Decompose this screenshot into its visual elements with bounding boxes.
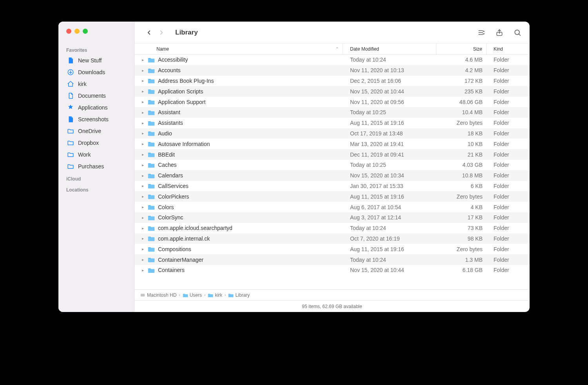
disclosure-triangle-icon[interactable]: ▸: [140, 173, 145, 178]
file-row[interactable]: ▸ Compositions Aug 11, 2015 at 19:16 Zer…: [134, 244, 530, 254]
file-row[interactable]: ▸ Caches Today at 10:25 4.03 GB Folder: [134, 160, 530, 170]
disclosure-triangle-icon[interactable]: ▸: [140, 194, 145, 199]
disclosure-triangle-icon[interactable]: ▸: [140, 152, 145, 157]
sidebar-item-dropbox[interactable]: Dropbox: [58, 137, 134, 149]
column-header-date-label: Date Modified: [350, 46, 379, 52]
file-kind: Folder: [486, 183, 530, 189]
file-size: 18 KB: [436, 130, 486, 137]
file-kind: Folder: [486, 78, 530, 84]
file-size: 17 KB: [436, 214, 486, 221]
column-header-date[interactable]: Date Modified: [343, 44, 436, 54]
close-window-button[interactable]: [66, 29, 71, 34]
forward-button[interactable]: [156, 27, 167, 38]
file-row[interactable]: ▸ ContainerManager Today at 10:24 1.3 MB…: [134, 254, 530, 265]
sidebar-item-purchases[interactable]: Purchases: [58, 161, 134, 172]
column-header-size[interactable]: Size: [436, 44, 486, 54]
disclosure-triangle-icon[interactable]: ▸: [140, 131, 145, 135]
disclosure-triangle-icon[interactable]: ▸: [140, 142, 145, 146]
sidebar-item-screenshots[interactable]: Screenshots: [58, 113, 134, 125]
sidebar-item-work[interactable]: Work: [58, 149, 134, 161]
file-row[interactable]: ▸ Application Support Nov 11, 2020 at 09…: [134, 97, 530, 107]
disclosure-triangle-icon[interactable]: ▸: [140, 268, 145, 272]
folder-icon: [148, 57, 155, 63]
disclosure-triangle-icon[interactable]: ▸: [140, 215, 145, 220]
folder-icon: [148, 173, 155, 179]
file-kind: Folder: [486, 130, 530, 137]
path-crumb-users[interactable]: Users: [183, 292, 202, 298]
disclosure-triangle-icon[interactable]: ▸: [140, 257, 145, 262]
sidebar-item-onedrive[interactable]: OneDrive: [58, 125, 134, 137]
sidebar-section-label[interactable]: Locations: [58, 183, 134, 194]
file-row[interactable]: ▸ Autosave Information Mar 13, 2020 at 1…: [134, 139, 530, 149]
file-kind: Folder: [486, 214, 530, 221]
file-row[interactable]: ▸ BBEdit Dec 11, 2019 at 09:41 21 KB Fol…: [134, 149, 530, 160]
disclosure-triangle-icon[interactable]: ▸: [140, 236, 145, 241]
file-name: Accessibility: [158, 57, 343, 63]
file-kind: Folder: [486, 172, 530, 179]
sidebar-item-label: Work: [78, 151, 91, 158]
file-date: Jan 30, 2017 at 15:33: [343, 183, 436, 189]
file-row[interactable]: ▸ Containers Nov 15, 2020 at 10:44 6.18 …: [134, 265, 530, 276]
disclosure-triangle-icon[interactable]: ▸: [140, 226, 145, 230]
disclosure-triangle-icon[interactable]: ▸: [140, 78, 145, 83]
file-row[interactable]: ▸ CallServices Jan 30, 2017 at 15:33 6 K…: [134, 181, 530, 192]
sidebar-section-label[interactable]: iCloud: [58, 172, 134, 183]
minimize-window-button[interactable]: [74, 29, 80, 34]
view-options-button[interactable]: [475, 27, 487, 38]
fullscreen-window-button[interactable]: [83, 29, 88, 34]
file-date: Dec 11, 2019 at 09:41: [343, 151, 436, 158]
file-row[interactable]: ▸ com.apple.icloud.searchpartyd Today at…: [134, 223, 530, 234]
sidebar-item-kirk[interactable]: kirk: [58, 78, 134, 90]
search-button[interactable]: [512, 27, 523, 38]
file-kind: Folder: [486, 246, 530, 252]
column-header-kind[interactable]: Kind: [486, 44, 530, 54]
file-row[interactable]: ▸ Colors Aug 6, 2017 at 10:54 4 KB Folde…: [134, 202, 530, 212]
share-button[interactable]: [494, 27, 505, 38]
disclosure-triangle-icon[interactable]: ▸: [140, 110, 145, 115]
doc-outline-icon: [67, 92, 74, 99]
sidebar-item-new-stuff[interactable]: New Stuff: [58, 55, 134, 66]
file-row[interactable]: ▸ Accounts Nov 11, 2020 at 10:13 4.2 MB …: [134, 65, 530, 76]
file-row[interactable]: ▸ Assistant Today at 10:25 10.4 MB Folde…: [134, 107, 530, 118]
file-row[interactable]: ▸ ColorSync Aug 3, 2017 at 12:14 17 KB F…: [134, 212, 530, 223]
file-row[interactable]: ▸ Application Scripts Nov 15, 2020 at 10…: [134, 86, 530, 97]
back-button[interactable]: [144, 27, 154, 38]
file-row[interactable]: ▸ Accessibility Today at 10:24 4.6 MB Fo…: [134, 55, 530, 65]
sidebar-item-documents[interactable]: Documents: [58, 90, 134, 102]
path-crumb-kirk[interactable]: kirk: [208, 292, 222, 298]
disclosure-triangle-icon[interactable]: ▸: [140, 121, 145, 125]
file-row[interactable]: ▸ Assistants Aug 11, 2015 at 19:16 Zero …: [134, 118, 530, 128]
file-row[interactable]: ▸ Audio Oct 17, 2019 at 13:48 18 KB Fold…: [134, 128, 530, 139]
sidebar-section-label[interactable]: Favorites: [58, 44, 134, 55]
file-kind: Folder: [486, 204, 530, 210]
svg-point-8: [144, 296, 144, 296]
folder-icon: [67, 151, 74, 158]
file-row[interactable]: ▸ Calendars Nov 15, 2020 at 10:34 10.8 M…: [134, 170, 530, 181]
file-name: Containers: [158, 267, 343, 273]
path-crumb-library[interactable]: Library: [228, 292, 250, 298]
disclosure-triangle-icon[interactable]: ▸: [140, 89, 145, 93]
file-list-area[interactable]: ▸ Accessibility Today at 10:24 4.6 MB Fo…: [134, 55, 530, 289]
file-row[interactable]: ▸ com.apple.internal.ck Oct 7, 2020 at 1…: [134, 234, 530, 244]
file-row[interactable]: ▸ ColorPickers Aug 11, 2015 at 19:16 Zer…: [134, 191, 530, 202]
column-header-name[interactable]: Name ⌃: [134, 44, 343, 54]
disclosure-triangle-icon[interactable]: ▸: [140, 68, 145, 73]
disclosure-triangle-icon[interactable]: ▸: [140, 163, 145, 167]
path-crumb-macintosh-hd[interactable]: Macintosh HD: [140, 292, 176, 298]
file-date: Aug 11, 2015 at 19:16: [343, 246, 436, 252]
disclosure-triangle-icon[interactable]: ▸: [140, 58, 145, 62]
disclosure-triangle-icon[interactable]: ▸: [140, 247, 145, 251]
disclosure-triangle-icon[interactable]: ▸: [140, 100, 145, 104]
disclosure-triangle-icon[interactable]: ▸: [140, 205, 145, 209]
file-date: Aug 11, 2015 at 19:16: [343, 193, 436, 200]
sidebar-item-applications[interactable]: Applications: [58, 102, 134, 113]
sidebar-item-downloads[interactable]: Downloads: [58, 66, 134, 78]
download-icon: [67, 69, 74, 76]
file-date: Mar 13, 2020 at 19:41: [343, 141, 436, 147]
sidebar-item-label: Screenshots: [78, 116, 109, 122]
disclosure-triangle-icon[interactable]: ▸: [140, 184, 145, 188]
file-row[interactable]: ▸ Address Book Plug-Ins Dec 2, 2015 at 1…: [134, 76, 530, 86]
file-name: Compositions: [158, 246, 343, 252]
file-size: 48.06 GB: [436, 99, 486, 105]
home-icon: [67, 80, 74, 88]
